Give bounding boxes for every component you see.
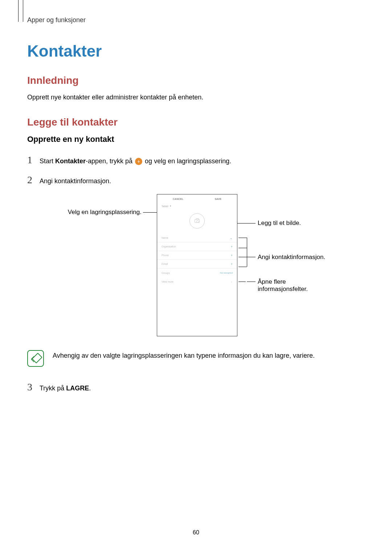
view-more-label: View more xyxy=(162,280,173,283)
figure-container: Velg en lagringsplassering. Legg til et … xyxy=(27,194,365,339)
field-label: Groups xyxy=(162,272,170,274)
note-text: Avhengig av den valgte lagringsplasserin… xyxy=(53,350,315,361)
callout-line xyxy=(238,282,246,282)
step3-text-post: . xyxy=(89,385,91,392)
step-number: 1 xyxy=(27,154,40,166)
add-icon[interactable]: + xyxy=(231,245,233,249)
callout-line xyxy=(238,248,247,248)
cancel-button[interactable]: CANCEL xyxy=(173,198,183,200)
note-callout: Avhengig av den valgte lagringsplasserin… xyxy=(27,350,365,367)
callout-line xyxy=(247,282,256,282)
callout-line xyxy=(238,238,247,238)
chevron-down-icon: ⌄ xyxy=(230,236,233,240)
add-icon[interactable]: + xyxy=(231,262,233,266)
chevron-down-icon: ⌄ xyxy=(230,280,233,283)
callout-more: Åpne flere informasjonsfelter. xyxy=(258,278,338,293)
callout-line xyxy=(238,257,247,257)
step1-bold: Kontakter xyxy=(55,157,86,165)
breadcrumb: Apper og funksjoner xyxy=(27,16,365,24)
phone-mock: CANCEL SAVE Tablet ▾ Name ⌄ Organisation… xyxy=(157,194,237,336)
step-2: 2 Angi kontaktinformasjon. xyxy=(27,174,365,186)
step3-bold: LAGRE xyxy=(66,385,89,392)
groups-value: Not assigned xyxy=(220,272,233,274)
storage-selector[interactable]: Tablet ▾ xyxy=(157,203,237,209)
page-number: 60 xyxy=(0,529,392,536)
step1-text-pre: Start xyxy=(40,157,55,165)
callout-line xyxy=(247,257,256,257)
pencil-icon xyxy=(32,354,40,362)
section-heading-intro: Innledning xyxy=(27,75,365,86)
callout-info: Angi kontaktinformasjon. xyxy=(258,254,325,261)
callout-bracket xyxy=(247,238,247,267)
add-icon[interactable]: + xyxy=(231,254,233,257)
storage-value: Tablet xyxy=(162,205,168,208)
field-label: Name xyxy=(162,237,168,239)
step1-text-post: og velg en lagringsplassering. xyxy=(143,157,231,165)
step2-text: Angi kontaktinformasjon. xyxy=(40,176,365,186)
chevron-down-icon: ▾ xyxy=(170,205,171,208)
step3-text-pre: Trykk på xyxy=(40,385,66,392)
step-1: 1 Start Kontakter-appen, trykk på + og v… xyxy=(27,154,365,166)
callout-line xyxy=(238,267,247,267)
step-number: 2 xyxy=(27,174,40,186)
view-more-toggle[interactable]: View more ⌄ xyxy=(157,277,237,286)
field-label: Email xyxy=(162,263,168,265)
intro-text: Opprett nye kontakter eller administrer … xyxy=(27,93,365,102)
section-heading-add: Legge til kontakter xyxy=(27,116,365,128)
decorative-tab-marks xyxy=(18,0,23,22)
camera-icon xyxy=(195,219,200,223)
callout-storage: Velg en lagringsplassering. xyxy=(54,209,142,216)
callout-image: Legg til et bilde. xyxy=(258,219,301,227)
groups-field[interactable]: Groups Not assigned xyxy=(157,268,237,277)
page-title: Kontakter xyxy=(27,42,365,60)
field-label: Phone xyxy=(162,254,169,257)
note-icon xyxy=(27,350,44,367)
save-button[interactable]: SAVE xyxy=(215,198,221,200)
contact-photo-button[interactable] xyxy=(189,213,205,229)
name-field[interactable]: Name ⌄ xyxy=(157,234,237,242)
step-3: 3 Trykk på LAGRE. xyxy=(27,381,365,393)
field-label: Organisation xyxy=(162,245,176,248)
subsection-heading: Opprette en ny kontakt xyxy=(27,135,365,144)
step1-text-mid: -appen, trykk på xyxy=(86,157,134,165)
phone-field[interactable]: Phone + xyxy=(157,251,237,260)
organisation-field[interactable]: Organisation + xyxy=(157,242,237,251)
add-contact-icon: + xyxy=(135,158,142,165)
step-number: 3 xyxy=(27,381,40,393)
email-field[interactable]: Email + xyxy=(157,260,237,268)
